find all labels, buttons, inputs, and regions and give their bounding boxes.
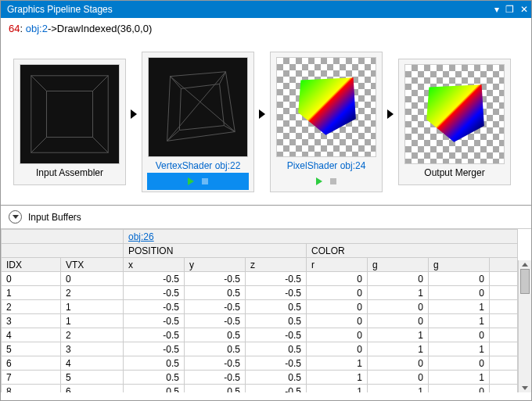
svg-line-5	[93, 138, 109, 153]
object-link[interactable]: obj:2	[26, 23, 48, 34]
svg-line-2	[31, 76, 47, 91]
col-vtx[interactable]: VTX	[61, 258, 124, 272]
stage-arrow-icon	[131, 109, 137, 119]
stage-controls	[147, 173, 249, 190]
col-g[interactable]: g	[368, 258, 429, 272]
pipeline-stages: Input Assembler VertexShader obj:22 Pixe…	[1, 39, 531, 195]
section-title: Input Buffers	[28, 212, 81, 223]
col-r[interactable]: r	[307, 258, 368, 272]
table-row[interactable]: 00-0.5-0.5-0.5000	[2, 272, 518, 286]
table-row[interactable]: 53-0.50.50.5011	[2, 342, 518, 356]
pipeline-stage[interactable]: PixelShader obj:24	[270, 52, 383, 192]
svg-marker-7	[179, 84, 224, 130]
vertex-table: obj:26 POSITION COLOR IDX VTX x y z r g …	[1, 229, 518, 392]
window-restore-icon[interactable]: ❐	[505, 5, 514, 14]
stage-controls	[275, 173, 377, 190]
event-id: 64	[9, 23, 20, 34]
play-icon[interactable]	[316, 177, 322, 185]
stage-thumbnail[interactable]	[404, 64, 505, 164]
col-idx[interactable]: IDX	[2, 258, 61, 272]
group-color: COLOR	[307, 244, 518, 258]
pipeline-stage[interactable]: Input Assembler	[13, 59, 126, 185]
window-title: Graphics Pipeline Stages	[7, 4, 494, 15]
svg-marker-15	[426, 84, 484, 142]
titlebar: Graphics Pipeline Stages ▾ ❐ ✕	[1, 1, 531, 18]
stage-label[interactable]: PixelShader obj:24	[275, 157, 377, 173]
window-close-icon[interactable]: ✕	[520, 5, 528, 14]
scroll-thumb[interactable]	[520, 269, 530, 294]
pipeline-stage[interactable]: VertexShader obj:22	[142, 52, 254, 192]
scroll-up-icon[interactable]	[522, 263, 528, 267]
stop-icon[interactable]	[202, 178, 208, 184]
stage-arrow-icon	[259, 109, 265, 119]
col-y[interactable]: y	[185, 258, 246, 272]
stage-thumbnail[interactable]	[20, 64, 120, 164]
col-z[interactable]: z	[246, 258, 307, 272]
chevron-down-icon	[13, 215, 19, 219]
input-buffers-header[interactable]: Input Buffers	[1, 205, 531, 228]
col-x[interactable]: x	[124, 258, 185, 272]
group-row: POSITION COLOR	[2, 244, 518, 258]
buffer-link[interactable]: obj:26	[128, 231, 154, 242]
pipeline-stage[interactable]: Output Merger	[398, 59, 511, 185]
svg-line-13	[167, 72, 226, 141]
vertical-scrollbar[interactable]	[518, 260, 531, 392]
group-position: POSITION	[124, 244, 307, 258]
svg-rect-1	[46, 91, 92, 137]
svg-line-3	[93, 76, 109, 91]
table-row[interactable]: 31-0.5-0.50.5001	[2, 314, 518, 328]
table-row[interactable]: 12-0.50.5-0.5010	[2, 286, 518, 300]
collapse-toggle-icon[interactable]	[9, 210, 22, 224]
svg-marker-14	[298, 77, 356, 135]
stage-thumbnail[interactable]	[148, 57, 248, 157]
stage-label: Input Assembler	[19, 164, 120, 180]
table-row[interactable]: 42-0.50.5-0.5010	[2, 328, 518, 342]
window-menu-icon[interactable]: ▾	[494, 5, 499, 14]
call-text: ->DrawIndexed(36,0,0)	[48, 23, 152, 34]
svg-line-4	[31, 138, 47, 153]
table-row[interactable]: 860.50.5-0.5110	[2, 385, 518, 393]
table-row[interactable]: 750.5-0.50.5101	[2, 371, 518, 385]
stage-thumbnail[interactable]	[276, 57, 376, 157]
stage-arrow-icon	[387, 109, 394, 119]
drawcall-crumb: 64: obj:2->DrawIndexed(36,0,0)	[1, 18, 531, 39]
table-row[interactable]: 21-0.5-0.50.5001	[2, 300, 518, 314]
scroll-down-icon[interactable]	[522, 386, 528, 390]
table-row[interactable]: 640.5-0.5-0.5100	[2, 356, 518, 371]
stage-label: Output Merger	[404, 164, 505, 180]
col-b[interactable]: g	[429, 258, 490, 272]
buffer-row: obj:26	[2, 230, 518, 244]
column-row: IDX VTX x y z r g g	[2, 258, 518, 272]
stage-label[interactable]: VertexShader obj:22	[147, 157, 249, 173]
vertex-table-wrap: obj:26 POSITION COLOR IDX VTX x y z r g …	[1, 228, 531, 392]
play-icon[interactable]	[188, 177, 194, 185]
stop-icon[interactable]	[330, 178, 336, 184]
